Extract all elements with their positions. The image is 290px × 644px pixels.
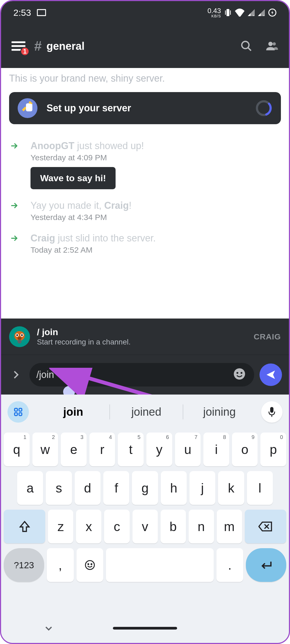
setup-server-icon	[18, 98, 37, 118]
suggestion-item[interactable]: joined	[110, 406, 182, 418]
svg-point-23	[234, 368, 245, 380]
progress-ring-icon	[255, 100, 272, 117]
menu-button[interactable]: 1	[9, 37, 28, 55]
key-c[interactable]: c	[104, 510, 129, 543]
comma-key[interactable]: ,	[47, 548, 74, 582]
svg-point-21	[18, 337, 22, 340]
apps-icon	[13, 407, 23, 417]
key-j[interactable]: j	[189, 471, 215, 505]
message-timestamp: Today at 2:52 AM	[30, 245, 281, 255]
cast-icon	[37, 9, 46, 16]
data-rate-indicator: 0.43 KB/S	[207, 7, 221, 18]
emoji-icon	[233, 368, 246, 380]
key-p[interactable]: p0	[260, 433, 286, 466]
svg-text:x: x	[263, 14, 265, 16]
svg-point-12	[31, 103, 32, 104]
key-t[interactable]: t5	[118, 433, 144, 466]
key-x[interactable]: x	[76, 510, 101, 543]
key-m[interactable]: m	[217, 510, 242, 543]
svg-point-24	[236, 372, 238, 374]
key-s[interactable]: s	[46, 471, 72, 505]
suggestion-item[interactable]: join	[37, 406, 109, 418]
join-message: Craig just slid into the server. Today a…	[9, 233, 281, 255]
keyboard-apps-button[interactable]	[7, 401, 29, 423]
chevron-down-icon[interactable]	[44, 623, 54, 633]
svg-point-25	[241, 372, 242, 374]
vibrate-icon	[224, 8, 232, 17]
hash-icon: #	[34, 38, 42, 54]
message-input[interactable]: /join	[29, 363, 254, 387]
svg-point-7	[242, 41, 249, 49]
svg-point-19	[16, 334, 18, 336]
key-k[interactable]: k	[218, 471, 244, 505]
svg-rect-28	[19, 408, 22, 411]
backspace-key[interactable]	[245, 510, 286, 543]
welcome-text: This is your brand new, shiny server.	[9, 73, 281, 84]
key-l[interactable]: l	[247, 471, 273, 505]
join-message-text: Yay you made it, Craig!	[30, 200, 281, 211]
key-w[interactable]: w2	[32, 433, 58, 466]
svg-rect-0	[37, 10, 46, 16]
svg-point-35	[91, 564, 92, 565]
key-i[interactable]: i8	[203, 433, 229, 466]
period-key[interactable]: .	[216, 548, 243, 582]
key-a[interactable]: a	[17, 471, 43, 505]
emoji-key[interactable]	[77, 548, 104, 582]
key-n[interactable]: n	[189, 510, 214, 543]
suggestion-item[interactable]: joining	[183, 406, 256, 418]
enter-key[interactable]	[246, 548, 286, 582]
key-u[interactable]: u7	[175, 433, 201, 466]
key-e[interactable]: e3	[61, 433, 87, 466]
send-button[interactable]	[260, 363, 282, 386]
shift-key[interactable]	[4, 510, 45, 543]
keyboard-mic-button[interactable]	[261, 401, 283, 423]
notification-badge: 1	[20, 47, 29, 56]
emoji-button[interactable]	[233, 368, 247, 382]
svg-rect-31	[270, 407, 273, 413]
svg-rect-1	[227, 9, 230, 16]
mic-icon	[268, 407, 276, 417]
keyboard: join joined joining q1w2e3r4t5y6u7i8o9p0…	[1, 395, 289, 643]
key-d[interactable]: d	[75, 471, 101, 505]
members-button[interactable]	[262, 37, 281, 55]
expand-button[interactable]	[8, 367, 24, 383]
key-b[interactable]: b	[161, 510, 186, 543]
join-arrow-icon	[9, 233, 20, 242]
key-z[interactable]: z	[48, 510, 73, 543]
message-input-text: /join	[36, 369, 229, 380]
svg-point-33	[85, 560, 94, 569]
keyboard-row: asdfghjkl	[4, 471, 286, 505]
members-icon	[265, 40, 278, 52]
key-f[interactable]: f	[103, 471, 129, 505]
svg-rect-2	[225, 10, 226, 15]
key-q[interactable]: q1	[4, 433, 30, 466]
search-button[interactable]	[237, 37, 256, 55]
signal-1-icon: x	[248, 9, 255, 16]
send-icon	[265, 369, 276, 380]
bot-avatar	[9, 326, 30, 347]
key-h[interactable]: h	[161, 471, 187, 505]
channel-title[interactable]: # general	[34, 38, 231, 54]
setup-server-label: Set up your server	[47, 103, 246, 114]
key-r[interactable]: r4	[89, 433, 115, 466]
home-pill[interactable]	[113, 627, 177, 630]
key-o[interactable]: o9	[232, 433, 258, 466]
wifi-icon	[235, 9, 245, 17]
keyboard-row: zxcvbnm	[4, 510, 286, 543]
message-timestamp: Yesterday at 4:34 PM	[30, 213, 281, 222]
key-g[interactable]: g	[132, 471, 158, 505]
status-bar: 2:53 0.43 KB/S x x	[1, 1, 289, 24]
wave-button[interactable]: Wave to say hi!	[30, 167, 116, 189]
keyboard-suggestion-bar: join joined joining	[1, 395, 289, 429]
join-arrow-icon	[9, 200, 20, 210]
setup-server-card[interactable]: Set up your server	[9, 92, 281, 124]
svg-point-22	[18, 339, 22, 343]
welcome-section: This is your brand new, shiny server.	[1, 68, 289, 84]
symbols-key[interactable]: ?123	[4, 548, 44, 582]
app-bar: 1 # general	[1, 24, 289, 68]
key-v[interactable]: v	[132, 510, 158, 543]
space-key[interactable]	[106, 548, 213, 582]
key-y[interactable]: y6	[146, 433, 172, 466]
command-suggestion[interactable]: / join Start recording in a channel. CRA…	[1, 319, 289, 355]
message-timestamp: Yesterday at 4:09 PM	[30, 153, 281, 162]
